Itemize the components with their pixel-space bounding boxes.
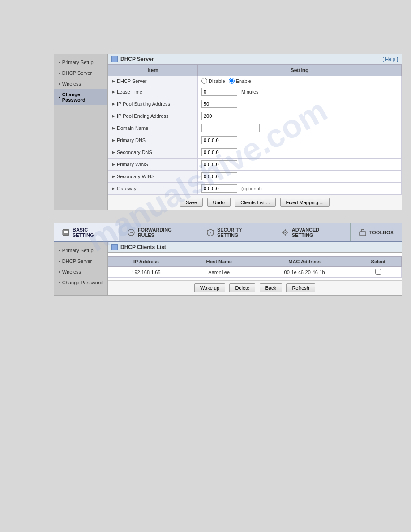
bottom-sidebar-item-dhcp-server[interactable]: DHCP Server bbox=[54, 256, 107, 266]
input-domain-name[interactable] bbox=[201, 124, 260, 132]
tab-advanced-setting[interactable]: ADVANCED SETTING bbox=[273, 223, 351, 241]
refresh-button[interactable]: Refresh bbox=[286, 283, 315, 292]
row-secondary-wins: ▶ Secondary WINS bbox=[108, 171, 402, 183]
svg-rect-1 bbox=[64, 231, 68, 232]
label-primary-dns: Primary DNS bbox=[117, 137, 146, 143]
label-lease-time: Lease Time bbox=[117, 89, 142, 94]
client-select-cell bbox=[355, 267, 401, 278]
help-link[interactable]: [ Help ] bbox=[382, 56, 398, 62]
client-mac: 00-1e-c6-20-46-1b bbox=[254, 267, 355, 278]
arrow-icon: ▶ bbox=[112, 114, 115, 118]
clients-table: IP Address Host Name MAC Address Select … bbox=[108, 256, 402, 278]
input-pool-start[interactable] bbox=[201, 100, 237, 108]
label-domain-name: Domain Name bbox=[117, 125, 148, 131]
radio-enable[interactable]: Enable bbox=[229, 78, 251, 84]
fixed-mapping-button[interactable]: Fixed Mapping.... bbox=[280, 198, 330, 207]
panel-title: DHCP Server bbox=[111, 56, 154, 62]
top-panel: Primary Setup DHCP Server Wireless Chang… bbox=[54, 54, 402, 210]
col-item: Item bbox=[108, 65, 198, 76]
tab-security-setting[interactable]: ✓ SECURITY SETTING bbox=[198, 223, 273, 241]
svg-rect-2 bbox=[64, 232, 68, 233]
bottom-content: Primary Setup DHCP Server Wireless Chang… bbox=[54, 242, 402, 296]
col-setting: Setting bbox=[198, 65, 402, 76]
clients-list-button[interactable]: Clients List.... bbox=[235, 198, 276, 207]
wakeup-button[interactable]: Wake up bbox=[194, 283, 225, 292]
arrow-icon: ▶ bbox=[112, 174, 115, 179]
radio-disable[interactable]: Disable bbox=[201, 78, 225, 84]
input-gateway[interactable] bbox=[201, 184, 237, 193]
tab-forwarding-rules[interactable]: FORWARDING RULES bbox=[119, 223, 198, 241]
col-host: Host Name bbox=[184, 257, 254, 267]
arrow-icon: ▶ bbox=[112, 102, 115, 106]
delete-button[interactable]: Delete bbox=[229, 283, 255, 292]
client-row: 192.168.1.65 AaronLee 00-1e-c6-20-46-1b bbox=[108, 267, 402, 278]
clients-list-panel: DHCP Clients List IP Address Host Name M… bbox=[108, 242, 402, 295]
arrow-icon: ▶ bbox=[112, 90, 115, 94]
nav-tabs: BASIC SETTING FORWARDING RULES ✓ SECURIT… bbox=[54, 223, 402, 242]
top-buttons-row: Save Undo Clients List.... Fixed Mapping… bbox=[108, 195, 402, 210]
label-gateway: Gateway bbox=[117, 186, 136, 191]
svg-rect-11 bbox=[360, 232, 366, 236]
client-ip: 192.168.1.65 bbox=[108, 267, 184, 278]
row-domain-name: ▶ Domain Name bbox=[108, 122, 402, 134]
label-dhcp-server: DHCP Server bbox=[117, 78, 146, 84]
bottom-sidebar-item-primary-setup[interactable]: Primary Setup bbox=[54, 245, 107, 256]
label-secondary-dns: Secondary DNS bbox=[117, 150, 152, 155]
svg-text:✓: ✓ bbox=[209, 231, 212, 235]
sidebar-item-primary-setup[interactable]: Primary Setup bbox=[54, 57, 107, 68]
panel-icon bbox=[111, 56, 118, 62]
input-secondary-dns[interactable] bbox=[201, 148, 237, 156]
col-mac: MAC Address bbox=[254, 257, 355, 267]
arrow-icon: ▶ bbox=[112, 79, 115, 83]
input-lease-time[interactable] bbox=[201, 88, 237, 96]
bottom-sidebar: Primary Setup DHCP Server Wireless Chang… bbox=[54, 242, 108, 295]
row-gateway: ▶ Gateway (optional) bbox=[108, 183, 402, 195]
back-button[interactable]: Back bbox=[260, 283, 282, 292]
undo-button[interactable]: Undo bbox=[207, 198, 231, 207]
forwarding-rules-icon bbox=[127, 228, 135, 236]
sidebar-item-wireless[interactable]: Wireless bbox=[54, 78, 107, 89]
page-wrapper: manualshive.com Primary Setup DHCP Serve… bbox=[0, 0, 411, 532]
row-primary-wins: ▶ Primary WINS bbox=[108, 159, 402, 171]
arrow-icon: ▶ bbox=[112, 186, 115, 191]
top-sidebar: Primary Setup DHCP Server Wireless Chang… bbox=[54, 54, 107, 210]
radio-enable-input[interactable] bbox=[229, 78, 235, 84]
minutes-label: Minutes bbox=[241, 89, 259, 94]
tab-forwarding-rules-label: FORWARDING RULES bbox=[138, 227, 190, 238]
row-lease-time: ▶ Lease Time Minutes bbox=[108, 86, 402, 98]
radio-disable-label: Disable bbox=[209, 78, 225, 84]
tab-basic-setting[interactable]: BASIC SETTING bbox=[54, 223, 119, 241]
save-button[interactable]: Save bbox=[180, 198, 203, 207]
tab-advanced-setting-label: ADVANCED SETTING bbox=[292, 227, 342, 238]
bottom-sidebar-item-change-password[interactable]: Change Password bbox=[54, 277, 107, 288]
row-primary-dns: ▶ Primary DNS bbox=[108, 134, 402, 146]
col-select: Select bbox=[355, 257, 401, 267]
tab-security-setting-label: SECURITY SETTING bbox=[217, 227, 265, 238]
dhcp-server-panel: DHCP Server [ Help ] Item Setting bbox=[107, 54, 402, 210]
arrow-icon: ▶ bbox=[112, 150, 115, 154]
clients-panel-icon bbox=[111, 244, 118, 250]
radio-enable-label: Enable bbox=[236, 78, 251, 84]
bottom-sidebar-item-wireless[interactable]: Wireless bbox=[54, 266, 107, 277]
clients-panel-header: DHCP Clients List bbox=[108, 242, 402, 253]
input-primary-wins[interactable] bbox=[201, 160, 237, 168]
client-select-checkbox[interactable] bbox=[375, 269, 381, 275]
sidebar-item-dhcp-server[interactable]: DHCP Server bbox=[54, 68, 107, 78]
input-pool-end[interactable] bbox=[201, 112, 237, 120]
row-dhcp-server: ▶ DHCP Server Disable bbox=[108, 76, 402, 86]
radio-disable-input[interactable] bbox=[201, 78, 207, 84]
input-secondary-wins[interactable] bbox=[201, 172, 237, 180]
row-secondary-dns: ▶ Secondary DNS bbox=[108, 146, 402, 159]
label-primary-wins: Primary WINS bbox=[117, 162, 148, 167]
svg-point-6 bbox=[284, 232, 286, 233]
client-host: AaronLee bbox=[184, 267, 254, 278]
panel-title-text: DHCP Server bbox=[120, 56, 154, 62]
tab-toolbox[interactable]: TOOLBOX bbox=[351, 223, 402, 241]
label-secondary-wins: Secondary WINS bbox=[117, 174, 154, 179]
input-primary-dns[interactable] bbox=[201, 136, 237, 144]
toolbox-icon bbox=[359, 228, 367, 236]
row-pool-start: ▶ IP Pool Starting Address bbox=[108, 98, 402, 110]
sidebar-item-change-password[interactable]: Change Password bbox=[54, 89, 107, 105]
tab-basic-setting-label: BASIC SETTING bbox=[73, 227, 111, 238]
arrow-icon: ▶ bbox=[112, 126, 115, 130]
